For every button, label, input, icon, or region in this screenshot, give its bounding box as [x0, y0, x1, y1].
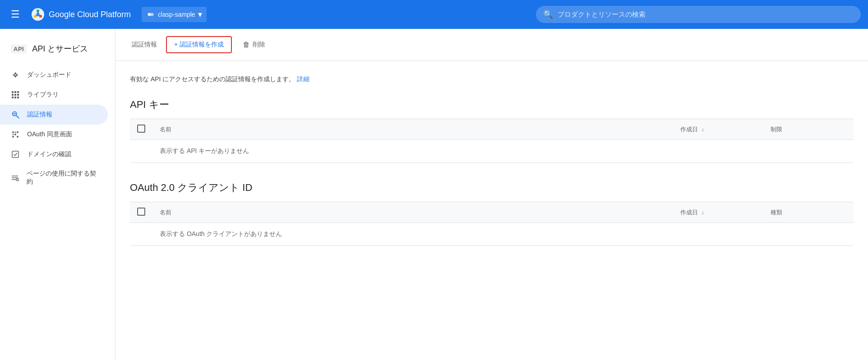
- oauth-created-header[interactable]: 作成日 ↓: [673, 202, 763, 223]
- svg-rect-25: [12, 151, 18, 157]
- app-title: Google Cloud Platform: [49, 10, 131, 19]
- credentials-tab[interactable]: 認証情報: [126, 37, 162, 52]
- oauth-type-header: 種類: [763, 202, 854, 223]
- svg-point-3: [37, 9, 39, 12]
- svg-rect-9: [12, 94, 14, 96]
- credentials-icon: [11, 110, 20, 119]
- project-icon: [146, 10, 155, 19]
- api-key-created-header[interactable]: 作成日 ↓: [673, 119, 763, 140]
- sidebar-item-usage[interactable]: ページの使用に関する契約: [0, 164, 108, 191]
- svg-point-2: [34, 15, 37, 18]
- sidebar-header: API API とサービス: [0, 36, 115, 65]
- svg-rect-13: [14, 97, 16, 98]
- svg-point-24: [13, 134, 14, 135]
- oauth-empty-message: 表示する OAuth クライアントがありません: [152, 223, 854, 246]
- api-key-limit-header: 制限: [763, 119, 854, 140]
- sidebar-item-oauth[interactable]: OAuth 同意画面: [0, 125, 108, 144]
- svg-rect-10: [14, 94, 16, 96]
- api-key-name-header: 名前: [152, 119, 673, 140]
- api-key-section: API キー 名前 作成日 ↓: [130, 98, 854, 163]
- domain-icon: [11, 150, 20, 159]
- sidebar-item-dashboard[interactable]: ❖ ダッシュボード: [0, 65, 108, 85]
- oauth-checkbox-header: [130, 202, 152, 223]
- page-container: API API とサービス ❖ ダッシュボード: [0, 29, 868, 361]
- api-key-empty-row: 表示する API キーがありません: [130, 140, 854, 163]
- sidebar-item-domain[interactable]: ドメインの確認: [0, 144, 108, 164]
- sidebar-item-domain-label: ドメインの確認: [27, 150, 71, 158]
- svg-rect-12: [12, 97, 14, 98]
- api-key-empty-message: 表示する API キーがありません: [152, 140, 854, 163]
- svg-point-1: [39, 15, 42, 18]
- sidebar-title: API とサービス: [32, 43, 88, 54]
- description-text: 有効な API にアクセスするための認証情報を作成します。: [130, 75, 295, 83]
- oauth-table-header: 名前 作成日 ↓ 種類: [130, 202, 854, 223]
- description-link[interactable]: 詳細: [297, 75, 309, 83]
- svg-point-22: [14, 134, 16, 135]
- oauth-section: OAuth 2.0 クライアント ID 名前 作成日: [130, 181, 854, 246]
- svg-point-20: [12, 136, 14, 138]
- sidebar-item-library[interactable]: ライブラリ: [0, 85, 108, 105]
- oauth-title: OAuth 2.0 クライアント ID: [130, 181, 854, 194]
- project-chevron-icon: ▾: [198, 9, 202, 19]
- search-bar[interactable]: 🔍 プロダクトとリソースの検索: [536, 6, 861, 23]
- create-credentials-label: + 認証情報を作成: [174, 41, 224, 49]
- content-area: 有効な API にアクセスするための認証情報を作成します。 詳細 API キー …: [115, 61, 868, 278]
- svg-rect-11: [17, 94, 19, 96]
- svg-rect-6: [12, 91, 14, 93]
- description: 有効な API にアクセスするための認証情報を作成します。 詳細: [130, 75, 854, 83]
- svg-point-4: [148, 13, 151, 16]
- api-badge: API: [11, 45, 27, 53]
- search-placeholder: プロダクトとリソースの検索: [558, 10, 646, 19]
- sidebar-nav: ❖ ダッシュボード ライブ: [0, 65, 115, 191]
- api-key-title: API キー: [130, 98, 854, 111]
- toolbar: 認証情報 + 認証情報を作成 🗑 削除: [115, 29, 868, 61]
- usage-icon: [11, 173, 19, 182]
- oauth-name-header: 名前: [152, 202, 673, 223]
- create-credentials-button[interactable]: + 認証情報を作成: [166, 36, 232, 53]
- oauth-table: 名前 作成日 ↓ 種類: [130, 202, 854, 246]
- sidebar: API API とサービス ❖ ダッシュボード: [0, 29, 115, 361]
- oauth-empty-row: 表示する OAuth クライアントがありません: [130, 223, 854, 246]
- svg-point-5: [151, 13, 154, 16]
- menu-icon[interactable]: ☰: [7, 5, 23, 24]
- dashboard-icon: ❖: [11, 70, 20, 79]
- api-key-sort-icon: ↓: [702, 126, 704, 133]
- sidebar-item-dashboard-label: ダッシュボード: [27, 71, 71, 79]
- api-key-table: 名前 作成日 ↓ 制限: [130, 119, 854, 163]
- svg-point-19: [17, 131, 18, 133]
- svg-rect-8: [17, 91, 19, 93]
- api-key-select-all-checkbox[interactable]: [137, 125, 145, 133]
- oauth-select-all-checkbox[interactable]: [137, 208, 145, 216]
- svg-point-23: [15, 132, 16, 133]
- api-key-table-header: 名前 作成日 ↓ 制限: [130, 119, 854, 140]
- delete-button[interactable]: 🗑 削除: [235, 37, 272, 52]
- app-logo: Google Cloud Platform: [31, 7, 131, 22]
- svg-point-21: [17, 136, 18, 138]
- sidebar-item-oauth-label: OAuth 同意画面: [27, 130, 72, 139]
- main-content: 認証情報 + 認証情報を作成 🗑 削除 有効な API にアクセスするための認証…: [115, 29, 868, 361]
- delete-icon: 🗑: [243, 41, 250, 49]
- api-key-checkbox-header: [130, 119, 152, 140]
- project-selector[interactable]: clasp-sample ▾: [142, 7, 206, 22]
- library-icon: [11, 90, 20, 99]
- oauth-icon: [11, 130, 20, 139]
- sidebar-item-credentials-label: 認証情報: [27, 111, 52, 119]
- sidebar-item-usage-label: ページの使用に関する契約: [27, 170, 97, 186]
- delete-label: 削除: [253, 41, 265, 49]
- top-navigation: ☰ Google Cloud Platform clasp-sample ▾ 🔍…: [0, 0, 868, 29]
- svg-rect-14: [17, 97, 19, 98]
- search-icon: 🔍: [543, 9, 553, 19]
- sidebar-item-credentials[interactable]: 認証情報: [0, 105, 108, 125]
- svg-line-16: [16, 116, 19, 118]
- oauth-sort-icon: ↓: [702, 209, 704, 216]
- sidebar-item-library-label: ライブラリ: [27, 91, 59, 99]
- svg-point-18: [12, 131, 14, 133]
- svg-rect-7: [14, 91, 16, 93]
- gcp-logo-icon: [31, 7, 45, 22]
- project-name: clasp-sample: [158, 11, 195, 18]
